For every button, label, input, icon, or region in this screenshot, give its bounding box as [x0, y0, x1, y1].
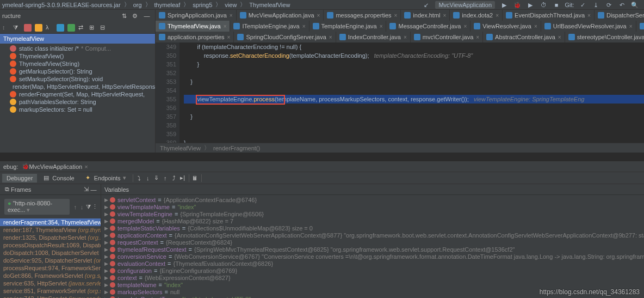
crumb-item[interactable]: view — [225, 2, 237, 8]
history-icon[interactable]: ⟳ — [605, 1, 612, 9]
debug-icon[interactable]: 🐞 — [513, 1, 521, 9]
structure-item[interactable]: getMarkupSelector(): String — [0, 68, 155, 75]
close-icon[interactable]: × — [476, 34, 479, 40]
frames-restore-icon[interactable]: ⇲ — [82, 186, 90, 193]
editor-tab[interactable]: mvc\Controller.java× — [411, 32, 483, 42]
close-icon[interactable]: × — [317, 13, 320, 19]
nav-class[interactable]: ThymeleafView — [160, 145, 201, 151]
build-icon[interactable]: ↙ — [422, 1, 430, 9]
expand-arrow-icon[interactable]: ▶ — [104, 233, 108, 238]
editor-tab[interactable]: EventDispatchThread.java× — [503, 10, 595, 21]
frame-prev-icon[interactable]: ↑ — [72, 203, 78, 211]
stack-frame[interactable]: render:1325, DispatcherServlet (org.spri… — [0, 234, 101, 241]
close-icon[interactable]: × — [380, 23, 383, 29]
variables-list[interactable]: ▶servletContext={ApplicationContextFacad… — [101, 195, 644, 298]
evaluate-icon[interactable]: 🖩 — [191, 174, 199, 182]
expand-arrow-icon[interactable]: ▶ — [104, 211, 108, 217]
editor-tab[interactable]: application.properties× — [156, 32, 234, 42]
crumb-item[interactable]: thymeleaf — [154, 2, 181, 8]
stack-frame[interactable]: doService:925, DispatcherServlet (org.sp… — [0, 257, 101, 264]
editor-tabs-row-3[interactable]: application.properties×SpringCloudConfig… — [156, 32, 644, 42]
expand-all-icon[interactable]: ⇅ — [120, 12, 128, 20]
close-icon[interactable]: × — [534, 23, 537, 29]
editor-tab[interactable]: ThymeleafView.java× — [156, 21, 230, 32]
variable-row[interactable]: ▶thymeleafRequestContext={SpringWebMvcTh… — [102, 246, 644, 253]
structure-item[interactable]: static class initializer /** Comput... — [0, 45, 155, 52]
variable-row[interactable]: ▶evaluationContext={ThymeleafEvaluationC… — [102, 260, 644, 267]
expand-icon[interactable]: ⊞ — [89, 24, 97, 32]
close-icon[interactable]: × — [227, 34, 231, 40]
editor-tabs-row-2[interactable]: ThymeleafView.java×ITemplateEngine.java×… — [156, 21, 644, 32]
search-icon[interactable]: 🔍 — [631, 1, 639, 9]
editor-tab[interactable]: ITemplateEngine.java× — [230, 21, 309, 32]
frames-list[interactable]: renderFragment:354, ThymeleafView (org.t… — [0, 218, 101, 298]
structure-item[interactable]: render(Map, HttpServletRequest, HttpServ… — [0, 83, 155, 90]
editor-tab[interactable]: SpringCloudConfigServer.java× — [234, 32, 336, 42]
variable-row[interactable]: ▶templateName= "index" — [102, 281, 644, 288]
nav-method[interactable]: renderFragment() — [213, 145, 260, 151]
variable-row[interactable]: ▶requestContext={RequestContext@6824} — [102, 239, 644, 246]
close-icon[interactable]: × — [329, 34, 332, 40]
editor-tab[interactable]: IndexController.java× — [336, 32, 411, 42]
stack-frame[interactable]: doDispatch:1008, DispatcherServlet (org. — [0, 249, 101, 257]
gear-icon[interactable]: ⚙ — [131, 12, 139, 20]
variable-row[interactable]: ▶viewTemplateEngine={SpringTemplateEngin… — [102, 210, 644, 217]
expand-arrow-icon[interactable]: ▶ — [104, 254, 108, 259]
variable-row[interactable]: ▶mergedModel={HashMap@6822} size = 7 — [102, 217, 644, 224]
show-inherited-icon[interactable] — [35, 24, 42, 32]
show-anon-icon[interactable]: λ — [46, 24, 53, 32]
step-over-icon[interactable]: ⤵ — [135, 174, 143, 182]
variable-row[interactable]: ▶templateStaticVariables={Collections$Un… — [102, 224, 644, 232]
stack-frame[interactable]: processDispatchResult:1069, DispatcherSe… — [0, 241, 101, 249]
hide-icon[interactable]: — — [143, 12, 151, 20]
editor-navbar[interactable]: ThymeleafView 〉 renderFragment() — [156, 143, 644, 153]
revert-icon[interactable]: ↶ — [618, 1, 626, 9]
close-icon[interactable]: × — [558, 34, 561, 40]
force-step-into-icon[interactable]: ⇓ — [153, 174, 160, 182]
run-icon[interactable]: ▶ — [500, 1, 508, 9]
expand-arrow-icon[interactable]: ▶ — [104, 282, 108, 288]
frame-more-icon[interactable]: ⋮ — [92, 203, 98, 211]
autoscroll-icon[interactable]: ⇄ — [78, 24, 86, 32]
close-icon[interactable]: × — [496, 13, 499, 19]
crumb-item[interactable]: org — [133, 2, 142, 8]
close-icon[interactable]: × — [302, 23, 306, 29]
stack-frame[interactable]: render:187, ThymeleafView (org.thymeleaf — [0, 226, 101, 234]
vcs-commit-icon[interactable]: ⤓ — [592, 1, 599, 9]
editor-tab[interactable]: stereotype\Controller.java× — [565, 32, 644, 42]
editor-tab[interactable]: index.dota2× — [450, 10, 503, 21]
crumb-item[interactable]: ymeleaf-spring5-3.0.9.RELEASE-sources.ja… — [2, 2, 121, 8]
structure-tree[interactable]: static class initializer /** Comput...Th… — [0, 44, 155, 153]
run-to-cursor-icon[interactable]: ▸| — [179, 174, 187, 182]
expand-arrow-icon[interactable]: ▶ — [104, 240, 108, 245]
stop-icon[interactable]: ■ — [553, 1, 560, 9]
expand-arrow-icon[interactable]: ▶ — [104, 289, 108, 295]
editor-tab[interactable]: ViewResolver.java× — [470, 21, 541, 32]
structure-item[interactable]: pathVariablesSelector: String — [0, 98, 155, 106]
frame-next-icon[interactable]: ↓ — [78, 203, 85, 211]
show-methods-icon[interactable] — [57, 24, 64, 32]
editor-tab[interactable]: StandardExpressionObjectFactory.jav× — [636, 21, 644, 32]
structure-item[interactable]: ThymeleafView() — [0, 52, 155, 60]
structure-item[interactable]: setMarkupSelector(String): void — [0, 75, 155, 83]
editor-tab[interactable]: index.html× — [401, 10, 450, 21]
close-icon[interactable]: × — [394, 13, 398, 19]
editor-tab[interactable]: DispatcherServlet.java× — [595, 10, 644, 21]
expand-arrow-icon[interactable]: ▶ — [104, 275, 108, 281]
expand-arrow-icon[interactable]: ▶ — [104, 204, 108, 210]
expand-arrow-icon[interactable]: ▶ — [104, 226, 108, 231]
show-fields-icon[interactable] — [24, 24, 32, 32]
editor-tabs-row-1[interactable]: SpringApplication.java×MvcViewApplicatio… — [156, 10, 644, 21]
editor-tab[interactable]: UrlBasedViewResolver.java× — [541, 21, 636, 32]
frames-hide-icon[interactable]: — — [90, 186, 97, 193]
expand-arrow-icon[interactable]: ▶ — [104, 197, 108, 203]
close-icon[interactable]: × — [587, 13, 591, 19]
coverage-icon[interactable]: ▶ — [527, 1, 534, 9]
step-into-icon[interactable]: ↓ — [144, 174, 152, 182]
debugger-tab[interactable]: Debugger — [2, 174, 37, 183]
editor-tab[interactable]: SpringApplication.java× — [156, 10, 237, 21]
variable-row[interactable]: ▶applicationContext={AnnotationConfigSer… — [102, 232, 644, 239]
crumb-item[interactable]: spring5 — [193, 2, 212, 8]
structure-item[interactable]: ThymeleafView(String) — [0, 60, 155, 68]
variable-row[interactable]: ▶configuration={EngineConfiguration@6769… — [102, 267, 644, 274]
